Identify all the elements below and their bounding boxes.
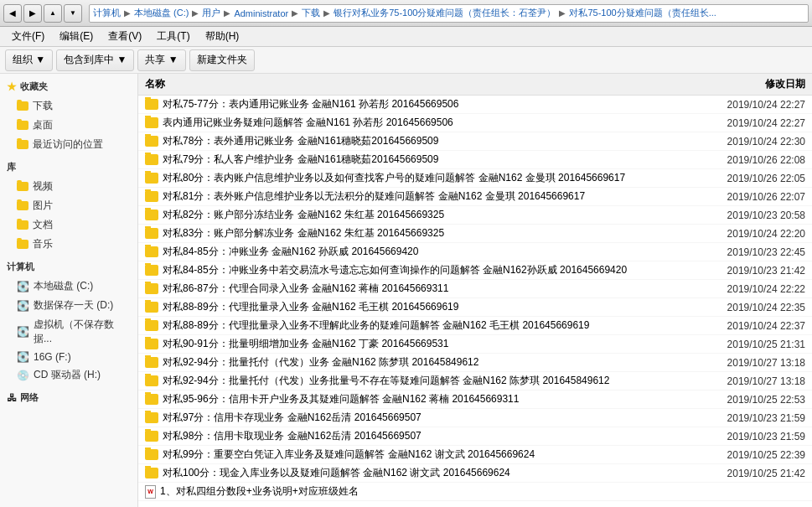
sep5: ▶ — [323, 8, 330, 18]
file-row[interactable]: 对私92-94分：批量托付（代发）业务批量号不存在等疑难问题解答 金融N162 … — [138, 372, 812, 391]
computer-header: 计算机 — [0, 257, 137, 277]
file-name-text: 对私90-91分：批量明细增加业务 金融N162 丁豪 201645669531 — [163, 337, 448, 351]
cd-icon: 💿 — [17, 370, 29, 381]
file-name: 对私79分：私人客户维护业务 金融N161穗晓茹201645669509 — [145, 153, 688, 167]
forward-button[interactable]: ▶ — [23, 4, 42, 23]
file-name: 对私80分：表内账户信息维护业务以及如何查找客户号的疑难问题解答 金融N162 … — [145, 171, 688, 185]
favorites-label: 收藏夹 — [20, 80, 48, 93]
sidebar-item-virtual[interactable]: 💽 虚拟机（不保存数据... — [0, 315, 137, 349]
folder-icon — [145, 357, 158, 368]
file-row[interactable]: 对私75-77分：表内通用记账业务 金融N161 孙若彤 20164566950… — [138, 96, 812, 114]
network-label: 网络 — [20, 391, 39, 404]
file-row[interactable]: 对私90-91分：批量明细增加业务 金融N162 丁豪 201645669531… — [138, 335, 812, 354]
doc-icon: W — [145, 485, 156, 499]
star-icon: ★ — [7, 80, 17, 93]
file-row[interactable]: W 1、对私四组分数段+业务说明+对应班级姓名 — [138, 483, 812, 501]
menu-help[interactable]: 帮助(H) — [199, 28, 246, 45]
file-name: 对私82分：账户部分冻结业务 金融N162 朱红基 201645669325 — [145, 208, 688, 222]
file-name-text: 对私95-96分：信用卡开户业务及其疑难问题解答 金融N162 蒋楠 20164… — [163, 392, 519, 406]
favorites-header: ★ 收藏夹 — [0, 77, 137, 96]
menu-bar: 文件(F) 编辑(E) 查看(V) 工具(T) 帮助(H) — [0, 27, 812, 47]
file-name: 对私86-87分：代理合同录入业务 金融N162 蒋楠 201645669311 — [145, 282, 688, 296]
address-computer[interactable]: 计算机 — [93, 7, 121, 19]
file-name: 对私92-94分：批量托付（代发）业务批量号不存在等疑难问题解答 金融N162 … — [145, 374, 688, 388]
sidebar-item-desktop[interactable]: 桌面 — [0, 116, 137, 135]
address-folder1[interactable]: 银行对私业务75-100分疑难问题（责任组长：石荃尹） — [334, 7, 556, 19]
include-library-button[interactable]: 包含到库中 ▼ — [56, 49, 134, 71]
folder-icon — [145, 468, 158, 479]
file-row[interactable]: 对私97分：信用卡存现业务 金融N162岳清 201645669507 2019… — [138, 409, 812, 427]
file-name-text: 对私80分：表内账户信息维护业务以及如何查找客户号的疑难问题解答 金融N162 … — [163, 171, 625, 185]
file-row[interactable]: 对私86-87分：代理合同录入业务 金融N162 蒋楠 201645669311… — [138, 280, 812, 298]
sidebar: ★ 收藏夹 下载 桌面 最近访问的位置 库 视频 — [0, 74, 138, 507]
sidebar-item-cddrive[interactable]: 💿 CD 驱动器 (H:) — [0, 365, 137, 385]
up-button[interactable]: ▲ — [44, 4, 62, 23]
sidebar-recent-label: 最近访问的位置 — [33, 137, 103, 152]
nav-buttons[interactable]: ◀ ▶ ▲ ▼ — [3, 4, 82, 23]
file-row[interactable]: 对私95-96分：信用卡开户业务及其疑难问题解答 金融N162 蒋楠 20164… — [138, 391, 812, 409]
file-date: 2019/10/24 22:35 — [688, 302, 805, 313]
sidebar-item-video[interactable]: 视频 — [0, 177, 137, 196]
sidebar-item-cdrive[interactable]: 💽 本地磁盘 (C:) — [0, 277, 137, 296]
file-name: 对私90-91分：批量明细增加业务 金融N162 丁豪 201645669531 — [145, 337, 688, 351]
folder-icon — [145, 339, 158, 349]
address-downloads[interactable]: 下载 — [302, 7, 320, 19]
file-row[interactable]: 对私80分：表内账户信息维护业务以及如何查找客户号的疑难问题解答 金融N162 … — [138, 169, 812, 188]
sidebar-item-recent[interactable]: 最近访问的位置 — [0, 135, 137, 154]
file-row[interactable]: 对私78分：表外通用记账业务 金融N161穗晓茹201645669509 201… — [138, 132, 812, 151]
file-row[interactable]: 表内通用记账业务疑难问题解答 金融N161 孙若彤 201645669506 2… — [138, 114, 812, 132]
sidebar-item-ddrive[interactable]: 💽 数据保存一天 (D:) — [0, 296, 137, 315]
file-name: 对私84-85分：冲账业务 金融N162 孙跃威 201645669420 — [145, 245, 688, 259]
folder-icon — [17, 201, 28, 210]
folder-icon — [145, 394, 158, 405]
file-name: 对私92-94分：批量托付（代发）业务 金融N162 陈梦琪 201645849… — [145, 355, 688, 370]
share-button[interactable]: 共享 ▼ — [137, 49, 185, 71]
file-name-text: 对私84-85分：冲账业务中若交易流水号遗忘忘如何查询操作的问题解答 金融N16… — [163, 263, 627, 277]
organize-button[interactable]: 组织 ▼ — [5, 49, 53, 71]
file-row[interactable]: 对私81分：表外账户信息维护业务以无法积分的疑难问题解答 金融N162 金曼琪 … — [138, 188, 812, 206]
menu-file[interactable]: 文件(F) — [5, 28, 51, 45]
menu-view[interactable]: 查看(V) — [101, 28, 148, 45]
sidebar-item-downloads[interactable]: 下载 — [0, 96, 137, 116]
file-row[interactable]: 对私88-89分：代理批量录入业务 金融N162 毛王棋 20164566961… — [138, 298, 812, 317]
file-row[interactable]: 对私88-89分：代理批量录入业务不理解此业务的疑难问题解答 金融N162 毛王… — [138, 317, 812, 335]
title-bar: ◀ ▶ ▲ ▼ 计算机 ▶ 本地磁盘 (C:) ▶ 用户 ▶ Administr… — [0, 0, 812, 27]
sidebar-item-documents[interactable]: 文档 — [0, 215, 137, 235]
menu-tools[interactable]: 工具(T) — [150, 28, 196, 45]
menu-edit[interactable]: 编辑(E) — [53, 28, 100, 45]
file-name-text: 对私92-94分：批量托付（代发）业务 金融N162 陈梦琪 201645849… — [163, 355, 478, 370]
file-name: 表内通用记账业务疑难问题解答 金融N161 孙若彤 201645669506 — [145, 116, 688, 130]
folder-icon — [17, 240, 28, 249]
file-row[interactable]: 对私99分：重要空白凭证入库业务及疑难问题解答 金融N162 谢文武 20164… — [138, 446, 812, 464]
file-date: 2019/10/25 22:39 — [688, 449, 805, 461]
new-folder-button[interactable]: 新建文件夹 — [189, 49, 255, 71]
recent-button[interactable]: ▼ — [64, 4, 82, 23]
folder-icon — [17, 121, 28, 130]
file-row[interactable]: 对私100分：现金入库业务以及疑难问题解答 金融N162 谢文武 2016456… — [138, 464, 812, 483]
address-disk[interactable]: 本地磁盘 (C:) — [134, 7, 189, 19]
folder-icon — [17, 140, 28, 149]
file-name-text: 对私99分：重要空白凭证入库业务及疑难问题解答 金融N162 谢文武 20164… — [163, 448, 535, 462]
address-admin[interactable]: Administrator — [234, 8, 288, 18]
file-row[interactable]: 对私82分：账户部分冻结业务 金融N162 朱红基 201645669325 2… — [138, 206, 812, 225]
file-date: 2019/10/24 22:37 — [688, 320, 805, 332]
sidebar-item-pictures[interactable]: 图片 — [0, 196, 137, 215]
file-name: 对私99分：重要空白凭证入库业务及疑难问题解答 金融N162 谢文武 20164… — [145, 448, 688, 462]
address-bar[interactable]: 计算机 ▶ 本地磁盘 (C:) ▶ 用户 ▶ Administrator ▶ 下… — [89, 4, 809, 23]
file-row[interactable]: 对私98分：信用卡取现业务 金融N162岳清 201645669507 2019… — [138, 427, 812, 446]
sidebar-item-music[interactable]: 音乐 — [0, 235, 137, 254]
file-date: 2019/10/24 22:30 — [688, 136, 805, 147]
file-row[interactable]: 对私84-85分：冲账业务 金融N162 孙跃威 201645669420 20… — [138, 243, 812, 261]
file-row[interactable]: 对私83分：账户部分解冻业务 金融N162 朱红基 201645669325 2… — [138, 225, 812, 243]
sidebar-item-fdrive[interactable]: 💽 16G (F:) — [0, 349, 137, 365]
file-name-text: 对私81分：表外账户信息维护业务以无法积分的疑难问题解答 金融N162 金曼琪 … — [163, 189, 585, 204]
file-date: 2019/10/27 13:18 — [688, 357, 805, 369]
file-name-text: 对私75-77分：表内通用记账业务 金融N161 孙若彤 20164566950… — [163, 97, 458, 111]
address-folder2[interactable]: 对私75-100分疑难问题（责任组长... — [569, 7, 716, 19]
back-button[interactable]: ◀ — [3, 4, 22, 23]
address-users[interactable]: 用户 — [202, 7, 220, 19]
file-row[interactable]: 对私92-94分：批量托付（代发）业务 金融N162 陈梦琪 201645849… — [138, 354, 812, 372]
folder-icon — [145, 154, 158, 165]
file-row[interactable]: 对私79分：私人客户维护业务 金融N161穗晓茹201645669509 201… — [138, 151, 812, 169]
file-row[interactable]: 对私84-85分：冲账业务中若交易流水号遗忘忘如何查询操作的问题解答 金融N16… — [138, 261, 812, 280]
